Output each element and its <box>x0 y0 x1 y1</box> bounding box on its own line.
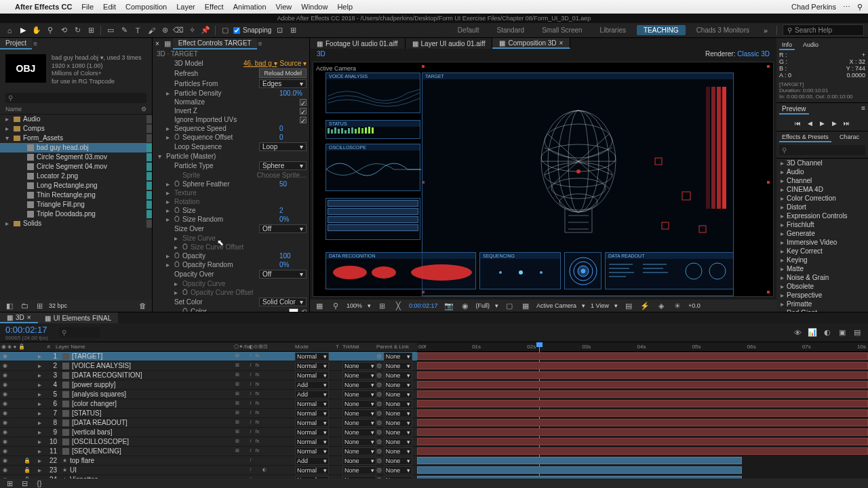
vf-px-icon[interactable]: ▤ <box>623 300 634 311</box>
interp-icon[interactable]: ◧ <box>4 300 15 311</box>
fx-property-row[interactable]: ▸ÖSize2 <box>153 206 309 215</box>
home-icon[interactable]: ⌂ <box>4 25 15 36</box>
layer-row[interactable]: ◉🔒▸22★top flare/Add▾None▾⊚ None▾ <box>0 456 417 466</box>
eye-icon[interactable]: ◉ <box>1 353 8 360</box>
fx-body[interactable]: 3D Model46. bad g ▾ Source ▾RefreshReloa… <box>153 59 309 312</box>
col-name[interactable]: Name <box>5 106 22 113</box>
fx-dropdown[interactable]: Sphere▾ <box>259 161 307 170</box>
fx-property-row[interactable]: ▸ÖSize Random0% <box>153 215 309 224</box>
trk-dropdown[interactable]: None▾ <box>342 466 376 474</box>
layer-bar[interactable] <box>417 390 868 398</box>
trk-dropdown[interactable]: None▾ <box>342 409 376 418</box>
roto-tool-icon[interactable]: ✧ <box>186 25 197 36</box>
bpc-label[interactable]: 32 bpc <box>49 302 67 309</box>
eraser-tool-icon[interactable]: ⌫ <box>173 25 184 36</box>
mode-dropdown[interactable]: Normal▾ <box>295 371 329 380</box>
layer-row[interactable]: ◉▸3[DATA RECOGNITION]⊞/fxNormal▾None▾⊚ N… <box>0 371 417 380</box>
fx-property-row[interactable]: Opacity OverOff▾ <box>153 269 309 279</box>
snapping-checkbox[interactable] <box>233 27 240 34</box>
rect-tool-icon[interactable]: ▭ <box>105 25 116 36</box>
vf-3d-icon[interactable]: ◈ <box>656 300 667 311</box>
vf-fast-icon[interactable]: ⚡ <box>639 300 650 311</box>
layer-bar[interactable] <box>417 400 868 407</box>
eye-icon[interactable]: ◉ <box>1 439 8 445</box>
layer-row[interactable]: ◉▸10[OSCILLOSCOPE]⊞/fxNormal▾None▾⊚ None… <box>0 437 417 447</box>
trk-dropdown[interactable]: None▾ <box>342 428 376 436</box>
layer-row[interactable]: ◉▸4[power supply]⊞/fxAdd▾None▾⊚ None▾ <box>0 380 417 390</box>
fx-checkbox[interactable]: ✓ <box>300 99 307 106</box>
preset-item[interactable]: ▸Channel <box>776 176 868 185</box>
ws-chads[interactable]: Chads 3 Monitors <box>690 25 756 35</box>
fx-property-row[interactable]: ▸ÖOpacity Random0% <box>153 260 309 269</box>
stamp-tool-icon[interactable]: ⊛ <box>159 25 170 36</box>
eye-icon[interactable]: ◉ <box>1 467 8 474</box>
orbit-tool-icon[interactable]: ⟲ <box>58 25 69 36</box>
fx-property-row[interactable]: Ignore Imported UVs✓ <box>153 115 309 124</box>
preset-item[interactable]: ▸Generate <box>776 229 868 238</box>
layer-row[interactable]: ◉▸2[VOICE ANALYSIS]⊞/fxNormal▾None▾⊚ Non… <box>0 361 417 371</box>
menu-file[interactable]: File <box>81 3 94 11</box>
layer-row[interactable]: ◉▸1[TARGET]⊞/fxNormal▾⊚ None▾ <box>0 352 417 361</box>
snap-opt2-icon[interactable]: ⊞ <box>288 25 298 36</box>
viewer-canvas[interactable]: Active Camera VOICE ANALYSIS TARGET <box>313 62 774 297</box>
vtab-comp[interactable]: ▦Composition 3D× <box>492 38 570 49</box>
fx-property-row[interactable]: ▸ÖOpacity Curve Offset <box>153 288 309 297</box>
mode-dropdown[interactable]: Normal▾ <box>295 409 329 418</box>
eye-icon[interactable]: ◉ <box>1 429 8 436</box>
tl-toggle2-icon[interactable]: ⊟ <box>19 478 30 488</box>
prev-back-icon[interactable]: ◀ <box>806 120 815 128</box>
vtab-layer[interactable]: ▦Layer UI audio 01.aiff <box>406 38 493 49</box>
brush-tool-icon[interactable]: 🖌 <box>146 25 157 36</box>
parent-dropdown[interactable]: None▾ <box>384 419 412 427</box>
layer-bar[interactable] <box>417 428 868 436</box>
preset-item[interactable]: ▸Matte <box>776 264 868 273</box>
tl-tracks[interactable]: :00f01s02s03s04s05s06s07s10s <box>417 342 868 479</box>
prev-fwd-icon[interactable]: ▶ <box>830 120 840 128</box>
eye-icon[interactable]: ◉ <box>1 372 8 379</box>
vf-time[interactable]: 0:00:02:17 <box>409 302 438 309</box>
parent-dropdown[interactable]: None▾ <box>384 400 412 408</box>
presets-search[interactable] <box>779 145 865 155</box>
parent-dropdown[interactable]: None▾ <box>384 390 412 399</box>
fx-property-row[interactable]: ▸Size Curve <box>153 234 309 243</box>
layer-row[interactable]: ◉▸5[analysis squares]⊞/fxAdd▾None▾⊚ None… <box>0 390 417 399</box>
preset-item[interactable]: ▸Frischluft <box>776 220 868 229</box>
menu-composition[interactable]: Composition <box>125 3 167 11</box>
tree-row[interactable]: Long Rectangle.png <box>0 181 152 190</box>
tree-row[interactable]: Thin Rectangle.png <box>0 190 152 200</box>
snap-opt1-icon[interactable]: ⊡ <box>274 25 285 36</box>
vf-res2-icon[interactable]: ╳ <box>393 300 403 311</box>
mode-dropdown[interactable]: Add▾ <box>295 390 329 399</box>
parent-dropdown[interactable]: None▾ <box>384 362 412 370</box>
vf-resolution[interactable]: (Full) <box>476 302 490 309</box>
lock-icon[interactable] <box>24 382 31 388</box>
fx-dropdown[interactable]: Off▾ <box>259 270 307 279</box>
menu-app[interactable]: After Effects CC <box>15 3 72 11</box>
vf-alpha-icon[interactable]: ▦ <box>314 300 325 311</box>
layer-row[interactable]: ◉▸9[vertical bars]⊞/fxNormal▾None▾⊚ None… <box>0 428 417 437</box>
trk-dropdown[interactable]: None▾ <box>342 419 376 427</box>
pen-tool-icon[interactable]: ✎ <box>119 25 130 36</box>
project-tree[interactable]: ▸Audio▸Comps▾Form_Assetsbad guy head.obj… <box>0 115 152 300</box>
layer-bar[interactable] <box>417 381 868 388</box>
mode-dropdown[interactable]: Normal▾ <box>295 428 329 436</box>
preset-item[interactable]: ▸Key Correct <box>776 247 868 256</box>
eye-icon[interactable]: ◉ <box>1 363 8 369</box>
layer-row[interactable]: ◉▸8[DATA READOUT]⊞/fxNormal▾None▾⊚ None▾ <box>0 418 417 428</box>
fx-property-row[interactable]: Invert Z✓ <box>153 106 309 115</box>
tl-shy-icon[interactable]: 👁 <box>792 327 803 338</box>
menu-extra-icon[interactable]: ⋯ <box>843 3 850 12</box>
menu-window[interactable]: Window <box>301 3 328 11</box>
preset-item[interactable]: ▸Noise & Grain <box>776 273 868 282</box>
tree-row[interactable]: Circle Segment 04.mov <box>0 162 152 171</box>
tree-row[interactable]: Circle Segment 03.mov <box>0 152 152 162</box>
project-search[interactable] <box>5 93 146 103</box>
layer-row[interactable]: ◉🔒▸23★UI/◐Normal▾None▾⊚ None▾ <box>0 466 417 475</box>
tl-graph-icon[interactable]: 📊 <box>807 327 818 338</box>
menu-view[interactable]: View <box>276 3 292 11</box>
layer-bar[interactable] <box>417 409 868 417</box>
parent-dropdown[interactable]: None▾ <box>384 447 412 455</box>
vf-res-icon[interactable]: ⊞ <box>376 300 387 311</box>
tree-row[interactable]: ▸Comps <box>0 124 152 134</box>
trk-dropdown[interactable]: None▾ <box>342 390 376 399</box>
